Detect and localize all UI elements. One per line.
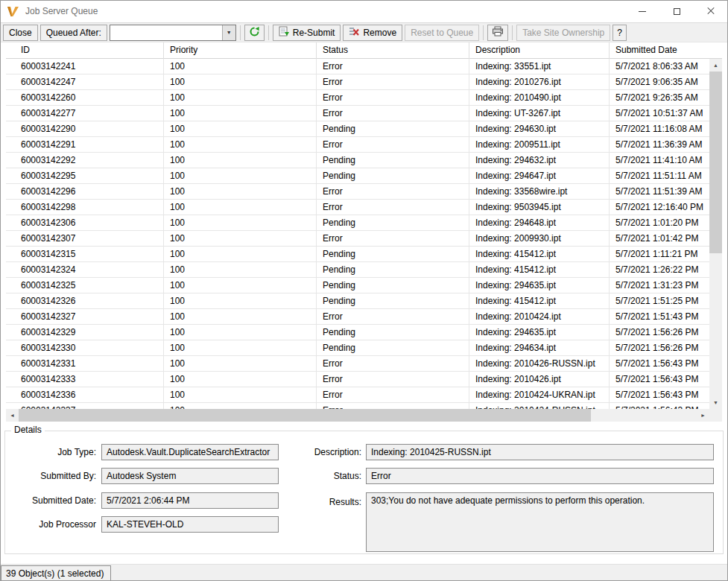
table-cell: Pending — [317, 215, 469, 231]
table-row[interactable]: 60003142295100PendingIndexing: 294647.ip… — [6, 168, 709, 184]
submitted-by-field[interactable]: Autodesk System — [101, 468, 279, 484]
table-cell: 60003142337 — [6, 403, 164, 409]
column-header-submitted-date[interactable]: Submitted Date — [610, 42, 722, 59]
vertical-scrollbar[interactable]: ▲ ▼ — [709, 59, 722, 409]
job-processor-field[interactable]: KAL-STEVEH-OLD — [101, 516, 279, 533]
window-title: Job Server Queue — [25, 6, 98, 16]
table-cell: Pending — [317, 121, 469, 137]
horizontal-scrollbar-thumb[interactable] — [19, 409, 591, 422]
remove-button[interactable]: Remove — [343, 25, 402, 41]
column-header-description[interactable]: Description — [469, 42, 610, 59]
table-cell: 100 — [164, 372, 317, 387]
scroll-left-arrow[interactable]: ◄ — [6, 409, 19, 422]
table-row[interactable]: 60003142296100ErrorIndexing: 33568wire.i… — [6, 184, 709, 200]
close-window-button[interactable] — [694, 0, 728, 22]
table-row[interactable]: 60003142325100PendingIndexing: 294635.ip… — [6, 278, 709, 293]
results-field[interactable]: 303;You do not have adequate permissions… — [366, 492, 714, 552]
description-label: Description: — [263, 447, 361, 457]
table-row[interactable]: 60003142326100PendingIndexing: 415412.ip… — [6, 293, 709, 309]
table-cell: 60003142333 — [6, 372, 164, 387]
table-cell: 5/7/2021 1:31:23 PM — [610, 278, 709, 293]
table-cell: 100 — [164, 90, 317, 106]
table-cell: 100 — [164, 184, 317, 200]
table-row[interactable]: 60003142315100PendingIndexing: 415412.ip… — [6, 247, 709, 262]
table-cell: 60003142330 — [6, 340, 164, 356]
table-cell: Indexing: 2010424.ipt — [469, 309, 610, 325]
vertical-scrollbar-thumb[interactable] — [709, 72, 722, 253]
table-row[interactable]: 60003142333100ErrorIndexing: 2010426.ipt… — [6, 372, 709, 387]
column-header-status[interactable]: Status — [317, 42, 469, 59]
table-cell: Error — [317, 137, 469, 153]
table-row[interactable]: 60003142241100ErrorIndexing: 33551.ipt5/… — [6, 59, 709, 74]
table-row[interactable]: 60003142307100ErrorIndexing: 2009930.ipt… — [6, 231, 709, 247]
column-header-id[interactable]: ID — [6, 42, 164, 59]
table-cell: 100 — [164, 309, 317, 325]
table-row[interactable]: 60003142277100ErrorIndexing: UT-3267.ipt… — [6, 106, 709, 121]
table-row[interactable]: 60003142331100ErrorIndexing: 2010426-RUS… — [6, 356, 709, 372]
table-cell: 60003142327 — [6, 309, 164, 325]
table-cell: 5/7/2021 9:06:35 AM — [610, 74, 709, 90]
table-row[interactable]: 60003142330100PendingIndexing: 294634.ip… — [6, 340, 709, 356]
table-cell: 60003142331 — [6, 356, 164, 372]
table-cell: 100 — [164, 387, 317, 403]
job-type-field[interactable]: Autodesk.Vault.DuplicateSearchExtractor — [101, 444, 279, 460]
table-cell: 60003142292 — [6, 153, 164, 168]
submitted-date-field[interactable]: 5/7/2021 2:06:44 PM — [101, 492, 279, 509]
table-cell: Indexing: 294635.ipt — [469, 278, 610, 293]
toolbar-separator — [240, 25, 241, 40]
toolbar-separator — [483, 25, 484, 40]
print-button[interactable] — [487, 25, 508, 41]
column-header-priority[interactable]: Priority — [164, 42, 317, 59]
table-row[interactable]: 60003142292100PendingIndexing: 294632.ip… — [6, 153, 709, 168]
table-cell: 60003142247 — [6, 74, 164, 90]
help-icon: ? — [617, 28, 622, 38]
queued-after-combobox[interactable]: ▼ — [110, 25, 236, 41]
resubmit-button[interactable]: Re-Submit — [273, 25, 341, 41]
table-row[interactable]: 60003142329100PendingIndexing: 294635.ip… — [6, 325, 709, 340]
table-cell: 60003142291 — [6, 137, 164, 153]
table-row[interactable]: 60003142291100ErrorIndexing: 2009511.ipt… — [6, 137, 709, 153]
scroll-right-arrow[interactable]: ► — [697, 409, 709, 422]
table-cell: Error — [317, 372, 469, 387]
table-cell: 5/7/2021 10:51:37 AM — [610, 106, 709, 121]
table-cell: 5/7/2021 11:41:10 AM — [610, 153, 709, 168]
table-cell: 5/7/2021 1:11:21 PM — [610, 247, 709, 262]
horizontal-scrollbar[interactable]: ◄ ► — [6, 409, 709, 422]
help-button[interactable]: ? — [613, 25, 627, 41]
scrollbar-corner — [709, 409, 722, 422]
chevron-down-icon[interactable]: ▼ — [222, 25, 235, 40]
minimize-button[interactable] — [625, 0, 659, 22]
table-cell: 5/7/2021 1:56:43 PM — [610, 356, 709, 372]
table-cell: 5/7/2021 11:16:08 AM — [610, 121, 709, 137]
scroll-up-arrow[interactable]: ▲ — [709, 59, 722, 72]
table-cell: 60003142306 — [6, 215, 164, 231]
table-row[interactable]: 60003142306100PendingIndexing: 294648.ip… — [6, 215, 709, 231]
scroll-down-arrow[interactable]: ▼ — [709, 396, 722, 409]
table-row[interactable]: 60003142324100PendingIndexing: 415412.ip… — [6, 262, 709, 278]
table-row[interactable]: 60003142260100ErrorIndexing: 2010490.ipt… — [6, 90, 709, 106]
table-cell: 5/7/2021 1:56:43 PM — [610, 403, 709, 409]
maximize-button[interactable] — [659, 0, 694, 22]
table-row[interactable]: 60003142298100ErrorIndexing: 9503945.ipt… — [6, 200, 709, 215]
table-cell: 60003142336 — [6, 387, 164, 403]
status-field[interactable]: Error — [366, 468, 714, 484]
table-cell: 100 — [164, 106, 317, 121]
table-row[interactable]: 60003142336100ErrorIndexing: 2010424-UKR… — [6, 387, 709, 403]
table-cell: 5/7/2021 1:56:43 PM — [610, 387, 709, 403]
description-field[interactable]: Indexing: 2010425-RUSSN.ipt — [366, 444, 714, 460]
refresh-button[interactable] — [244, 25, 265, 41]
table-cell: Error — [317, 387, 469, 403]
close-icon — [706, 7, 715, 16]
close-button[interactable]: Close — [3, 25, 38, 41]
table-row[interactable]: 60003142290100PendingIndexing: 294630.ip… — [6, 121, 709, 137]
printer-icon — [492, 26, 504, 39]
table-cell: Pending — [317, 325, 469, 340]
table-cell: Indexing: 2010490.ipt — [469, 90, 610, 106]
table-row[interactable]: 60003142247100ErrorIndexing: 2010276.ipt… — [6, 74, 709, 90]
table-row[interactable]: 60003142337100ErrorIndexing: 2010424-RUS… — [6, 403, 709, 409]
table-cell: 60003142326 — [6, 293, 164, 309]
table-cell: 5/7/2021 9:26:35 AM — [610, 90, 709, 106]
table-row[interactable]: 60003142327100ErrorIndexing: 2010424.ipt… — [6, 309, 709, 325]
maximize-icon — [674, 8, 680, 15]
table-cell: Indexing: 294634.ipt — [469, 340, 610, 356]
